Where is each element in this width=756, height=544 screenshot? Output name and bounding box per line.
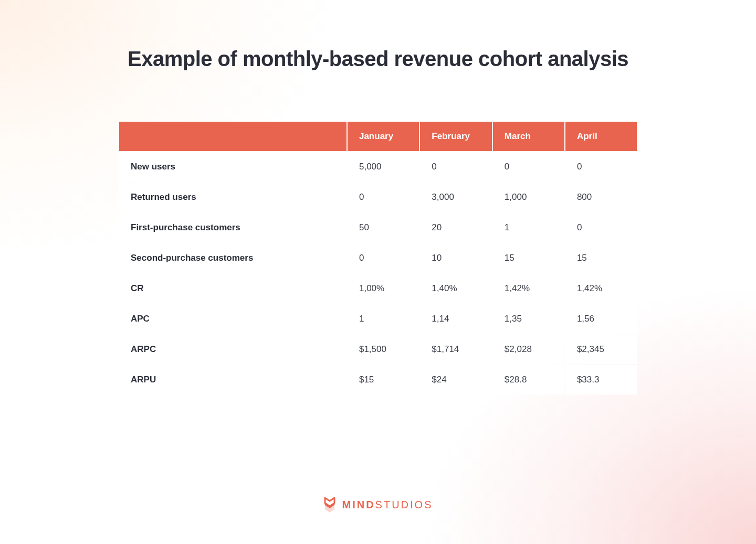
- brand-logo: MINDSTUDIOS: [0, 497, 756, 513]
- header-month-april: April: [565, 122, 637, 151]
- metric-value: $2,345: [565, 335, 637, 364]
- metric-value: 1: [493, 213, 564, 242]
- header-month-january: January: [348, 122, 419, 151]
- metric-value: $1,714: [420, 335, 492, 364]
- metric-label: APC: [119, 304, 346, 334]
- table-header-row: January February March April: [119, 122, 637, 151]
- metric-value: 15: [493, 243, 564, 273]
- metric-value: 800: [565, 183, 637, 212]
- page-title: Example of monthly-based revenue cohort …: [0, 47, 756, 71]
- header-month-march: March: [493, 122, 564, 151]
- metric-value: 1,00%: [348, 274, 419, 303]
- metric-value: 10: [420, 243, 492, 273]
- table-row: ARPC $1,500 $1,714 $2,028 $2,345: [119, 335, 637, 364]
- metric-value: $2,028: [493, 335, 564, 364]
- metric-label: First-purchase customers: [119, 213, 346, 242]
- header-metric-blank: [119, 122, 346, 151]
- metric-value: 1,35: [493, 304, 564, 334]
- mindstudios-icon: [323, 497, 337, 513]
- metric-value: 20: [420, 213, 492, 242]
- metric-value: 1,42%: [565, 274, 637, 303]
- metric-value: 1,000: [493, 183, 564, 212]
- table-row: CR 1,00% 1,40% 1,42% 1,42%: [119, 274, 637, 303]
- metric-value: 0: [493, 152, 564, 182]
- metric-value: 1,42%: [493, 274, 564, 303]
- metric-value: 0: [565, 213, 637, 242]
- metric-value: 1,14: [420, 304, 492, 334]
- metric-value: 1,56: [565, 304, 637, 334]
- metric-value: 0: [565, 152, 637, 182]
- metric-value: 1: [348, 304, 419, 334]
- metric-value: 0: [348, 183, 419, 212]
- table-row: First-purchase customers 50 20 1 0: [119, 213, 637, 242]
- metric-value: 1,40%: [420, 274, 492, 303]
- brand-name-bold: MIND: [342, 499, 375, 510]
- table-row: New users 5,000 0 0 0: [119, 152, 637, 182]
- metric-value: 50: [348, 213, 419, 242]
- metric-value: $33.3: [565, 365, 637, 394]
- metric-value: 0: [420, 152, 492, 182]
- metric-value: 3,000: [420, 183, 492, 212]
- metric-label: Second-purchase customers: [119, 243, 346, 273]
- metric-label: CR: [119, 274, 346, 303]
- table-row: Returned users 0 3,000 1,000 800: [119, 183, 637, 212]
- table-row: ARPU $15 $24 $28.8 $33.3: [119, 365, 637, 394]
- metric-value: 0: [348, 243, 419, 273]
- table-row: APC 1 1,14 1,35 1,56: [119, 304, 637, 334]
- metric-label: ARPU: [119, 365, 346, 394]
- metric-value: $28.8: [493, 365, 564, 394]
- metric-value: 15: [565, 243, 637, 273]
- brand-name: MINDSTUDIOS: [342, 499, 433, 511]
- metric-label: New users: [119, 152, 346, 182]
- metric-value: $24: [420, 365, 492, 394]
- metric-label: Returned users: [119, 183, 346, 212]
- table-row: Second-purchase customers 0 10 15 15: [119, 243, 637, 273]
- metric-value: $1,500: [348, 335, 419, 364]
- metric-value: 5,000: [348, 152, 419, 182]
- metric-label: ARPC: [119, 335, 346, 364]
- cohort-table: January February March April New users 5…: [118, 121, 638, 396]
- metric-value: $15: [348, 365, 419, 394]
- header-month-february: February: [420, 122, 492, 151]
- brand-name-rest: STUDIOS: [375, 499, 433, 510]
